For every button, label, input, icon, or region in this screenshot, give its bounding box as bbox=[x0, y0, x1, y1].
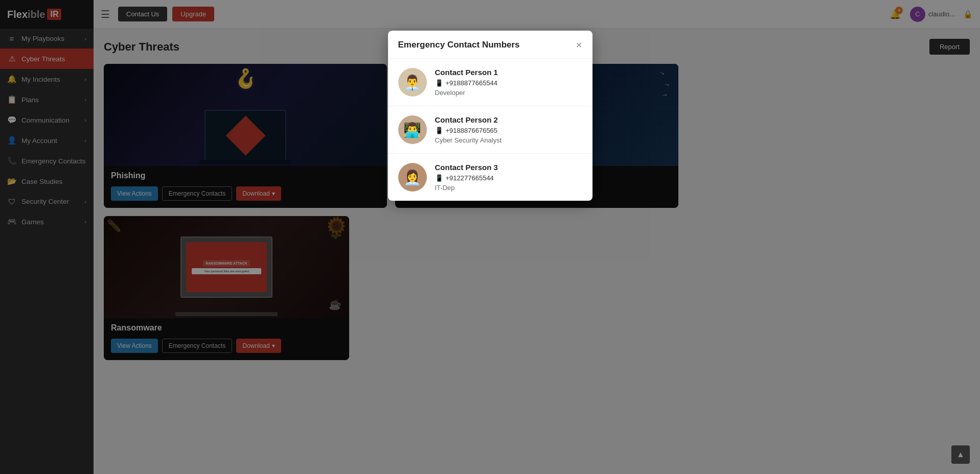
contact-item-3: 👩‍💼 Contact Person 3 📱 +912277665544 IT-… bbox=[388, 154, 592, 201]
contact-info-2: Contact Person 2 📱 +9188876676565 Cyber … bbox=[435, 115, 582, 144]
contact-avatar-2: 👨‍💻 bbox=[398, 115, 427, 144]
contact-name-3: Contact Person 3 bbox=[435, 163, 582, 172]
modal-close-button[interactable]: × bbox=[576, 40, 582, 50]
modal-body: 👨‍💼 Contact Person 1 📱 +9188877665544 De… bbox=[388, 59, 592, 201]
contact-item-1: 👨‍💼 Contact Person 1 📱 +9188877665544 De… bbox=[388, 59, 592, 106]
phone-icon-2: 📱 bbox=[435, 127, 443, 134]
phone-icon-3: 📱 bbox=[435, 174, 443, 182]
contact-avatar-3: 👩‍💼 bbox=[398, 163, 427, 192]
contact-info-1: Contact Person 1 📱 +9188877665544 Develo… bbox=[435, 68, 582, 97]
contact-name-2: Contact Person 2 bbox=[435, 115, 582, 124]
modal-title: Emergency Contact Numbers bbox=[398, 40, 520, 50]
contact-name-1: Contact Person 1 bbox=[435, 68, 582, 77]
contact-phone-number-1: +9188877665544 bbox=[446, 79, 498, 87]
phone-icon-1: 📱 bbox=[435, 79, 443, 87]
contact-avatar-1: 👨‍💼 bbox=[398, 68, 427, 97]
contact-role-2: Cyber Security Analyst bbox=[435, 136, 582, 144]
contact-phone-number-2: +9188876676565 bbox=[446, 127, 498, 134]
contact-phone-number-3: +912277665544 bbox=[446, 174, 494, 182]
contact-role-3: IT-Dep bbox=[435, 184, 582, 192]
modal: Emergency Contact Numbers × 👨‍💼 Contact … bbox=[388, 31, 592, 201]
modal-overlay[interactable]: Emergency Contact Numbers × 👨‍💼 Contact … bbox=[0, 0, 980, 474]
contact-phone-2: 📱 +9188876676565 bbox=[435, 127, 582, 134]
modal-header: Emergency Contact Numbers × bbox=[388, 31, 592, 59]
contact-phone-3: 📱 +912277665544 bbox=[435, 174, 582, 182]
contact-item-2: 👨‍💻 Contact Person 2 📱 +9188876676565 Cy… bbox=[388, 106, 592, 154]
contact-info-3: Contact Person 3 📱 +912277665544 IT-Dep bbox=[435, 163, 582, 192]
contact-phone-1: 📱 +9188877665544 bbox=[435, 79, 582, 87]
contact-role-1: Developer bbox=[435, 89, 582, 97]
